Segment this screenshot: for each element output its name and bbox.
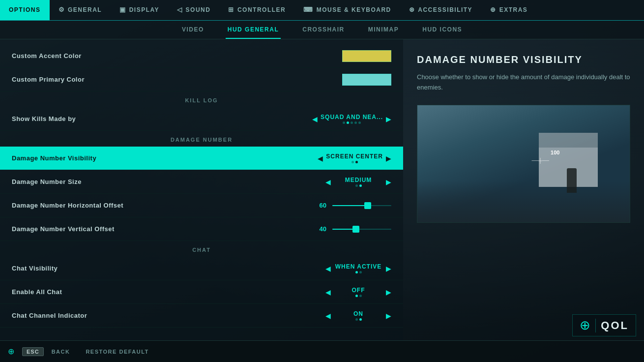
damage-size-value: MEDIUM <box>334 177 383 183</box>
nav-display[interactable]: ▣ DISPLAY <box>111 0 168 20</box>
accent-color-swatch[interactable] <box>342 50 391 62</box>
nav-mouse-keyboard[interactable]: ⌨ MOUSE & KEYBOARD <box>294 0 400 20</box>
damage-visibility-arrow-right[interactable]: ▶ <box>386 155 391 162</box>
qol-icon: ⊕ <box>580 318 590 333</box>
info-panel-title: DAMAGE NUMBER VISIBILITY <box>417 54 630 65</box>
subnav-video[interactable]: VIDEO <box>180 21 206 39</box>
chat-visibility-control: ◀ WHEN ACTIVE ▶ <box>325 263 391 273</box>
damage-size-arrow-right[interactable]: ▶ <box>386 179 391 185</box>
dot-3 <box>354 121 357 124</box>
damage-vertical-offset-value: 40 <box>313 225 326 233</box>
nav-mouse-keyboard-label: MOUSE & KEYBOARD <box>317 6 391 13</box>
subnav-hud-icons[interactable]: HUD ICONS <box>420 21 464 39</box>
primary-color-swatch[interactable] <box>342 74 391 86</box>
chat-channel-indicator-selector[interactable]: ◀ ON ▶ <box>325 310 391 321</box>
dot-0 <box>343 121 345 124</box>
damage-horizontal-offset-track[interactable] <box>332 205 391 206</box>
damage-horizontal-offset-control: 60 <box>313 202 391 209</box>
chat-vis-dot-1 <box>359 271 362 273</box>
nav-controller-label: CONTROLLER <box>237 6 286 13</box>
general-icon: ⚙ <box>59 6 65 13</box>
damage-number-visibility-control: ◀ SCREEN CENTER ▶ <box>318 153 391 163</box>
nav-sound[interactable]: ◁ SOUND <box>168 0 219 20</box>
damage-visibility-value-wrapper: SCREEN CENTER <box>326 153 383 163</box>
nav-general[interactable]: ⚙ GENERAL <box>50 0 111 20</box>
chat-vis-dot-0 <box>355 271 358 273</box>
restore-default-label[interactable]: RESTORE DEFAULT <box>86 349 148 355</box>
damage-size-arrow-left[interactable]: ◀ <box>325 179 331 185</box>
chat-channel-arrow-left[interactable]: ◀ <box>325 312 331 319</box>
sub-navigation: VIDEO HUD GENERAL CROSSHAIR MINIMAP HUD … <box>0 21 644 39</box>
size-dot-0 <box>355 184 358 187</box>
vis-dot-0 <box>351 161 354 163</box>
damage-number-visibility-label: Damage Number Visibility <box>12 154 318 162</box>
nav-accessibility[interactable]: ⊛ ACCESSIBILITY <box>400 0 481 20</box>
preview-image: ──┼── 100 <box>417 105 630 223</box>
chat-channel-dots <box>355 318 362 321</box>
sound-icon: ◁ <box>177 6 183 13</box>
nav-display-label: DISPLAY <box>129 6 159 13</box>
damage-horizontal-offset-thumb[interactable] <box>364 202 371 209</box>
damage-horizontal-offset-label: Damage Number Horizontal Offset <box>12 202 313 209</box>
chat-visibility-arrow-left[interactable]: ◀ <box>325 265 331 272</box>
subnav-crosshair[interactable]: CROSSHAIR <box>300 21 347 39</box>
damage-size-dots <box>355 184 362 187</box>
custom-primary-color-control[interactable] <box>342 74 391 86</box>
nav-extras[interactable]: ⊕ EXTRAS <box>481 0 536 20</box>
settings-panel: Custom Accent Color Custom Primary Color… <box>0 39 403 340</box>
chat-visibility-dots <box>355 271 362 273</box>
damage-size-selector[interactable]: ◀ MEDIUM ▶ <box>325 177 391 187</box>
enable-all-chat-value: OFF <box>334 287 383 294</box>
nav-options[interactable]: OPTIONS <box>0 0 50 20</box>
bottom-settings-icon: ⊕ <box>8 347 14 356</box>
show-kills-value: SQUAD AND NEA... <box>321 114 383 121</box>
preview-crosshair: ──┼── <box>531 158 549 163</box>
vis-dot-1 <box>355 161 358 163</box>
preview-ground <box>417 181 630 222</box>
enable-all-chat-control: ◀ OFF ▶ <box>325 287 391 297</box>
setting-damage-number-size: Damage Number Size ◀ MEDIUM ▶ <box>0 170 403 194</box>
damage-visibility-dots <box>351 161 358 163</box>
enable-all-chat-selector[interactable]: ◀ OFF ▶ <box>325 287 391 297</box>
top-navigation: OPTIONS ⚙ GENERAL ▣ DISPLAY ◁ SOUND ⊞ CO… <box>0 0 644 21</box>
chat-visibility-value: WHEN ACTIVE <box>334 263 383 270</box>
chat-visibility-selector[interactable]: ◀ WHEN ACTIVE ▶ <box>325 263 391 273</box>
nav-sound-label: SOUND <box>186 6 211 13</box>
setting-custom-primary-color: Custom Primary Color <box>0 68 403 91</box>
show-kills-arrow-right[interactable]: ▶ <box>386 116 391 122</box>
custom-primary-color-label: Custom Primary Color <box>12 76 342 83</box>
nav-controller[interactable]: ⊞ CONTROLLER <box>219 0 294 20</box>
qol-text: QOL <box>601 319 629 332</box>
damage-vertical-offset-thumb[interactable] <box>352 226 359 233</box>
show-kills-control: ◀ SQUAD AND NEA... ▶ <box>312 114 391 124</box>
subnav-minimap[interactable]: MINIMAP <box>366 21 401 39</box>
kill-log-section-header: KILL LOG <box>0 91 403 107</box>
setting-damage-horizontal-offset: Damage Number Horizontal Offset 60 <box>0 194 403 217</box>
setting-enable-all-chat: Enable All Chat ◀ OFF ▶ <box>0 280 403 304</box>
damage-visibility-arrow-left[interactable]: ◀ <box>318 155 323 162</box>
subnav-hud-general[interactable]: HUD GENERAL <box>226 21 281 39</box>
enable-all-chat-arrow-right[interactable]: ▶ <box>386 289 391 296</box>
show-kills-arrow-left[interactable]: ◀ <box>312 116 318 122</box>
damage-visibility-selector[interactable]: ◀ SCREEN CENTER ▶ <box>318 153 391 163</box>
setting-chat-visibility: Chat Visibility ◀ WHEN ACTIVE ▶ <box>0 257 403 280</box>
enable-all-chat-arrow-left[interactable]: ◀ <box>325 289 331 296</box>
chat-channel-arrow-right[interactable]: ▶ <box>386 312 391 319</box>
show-kills-selector[interactable]: ◀ SQUAD AND NEA... ▶ <box>312 114 391 124</box>
qol-badge: ⊕ QOL <box>572 314 636 336</box>
info-panel: DAMAGE NUMBER VISIBILITY Choose whether … <box>403 39 644 340</box>
dot-2 <box>351 121 353 124</box>
keyboard-icon: ⌨ <box>303 6 314 13</box>
damage-number-size-control: ◀ MEDIUM ▶ <box>325 177 391 187</box>
setting-damage-vertical-offset: Damage Number Vertical Offset 40 <box>0 217 403 241</box>
preview-scene: ──┼── 100 <box>417 105 630 222</box>
extras-icon: ⊕ <box>490 6 497 13</box>
chat-visibility-arrow-right[interactable]: ▶ <box>386 265 391 272</box>
preview-figure <box>567 168 577 193</box>
damage-vertical-offset-track[interactable] <box>332 229 391 230</box>
info-panel-description: Choose whether to show or hide the amoun… <box>417 72 630 93</box>
setting-damage-number-visibility: Damage Number Visibility ◀ SCREEN CENTER… <box>0 147 403 170</box>
preview-damage-number: 100 <box>551 150 559 155</box>
main-content: Custom Accent Color Custom Primary Color… <box>0 39 644 340</box>
custom-accent-color-control[interactable] <box>342 50 391 62</box>
